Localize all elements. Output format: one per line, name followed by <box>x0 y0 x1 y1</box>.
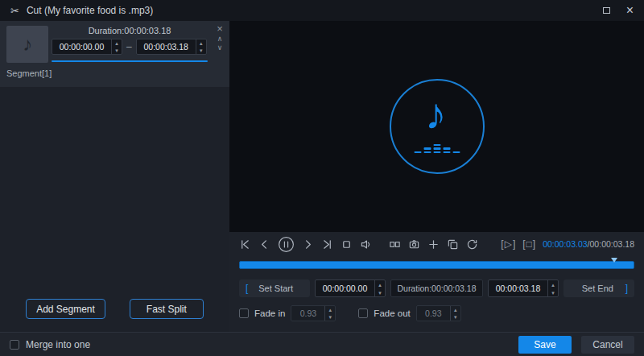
timeline <box>239 258 634 272</box>
segment-list-panel: ♪ Duration:00:00:03.18 ▴ ▾ – <box>0 21 229 332</box>
spin-down-icon[interactable]: ▾ <box>196 47 206 54</box>
add-segment-icon[interactable] <box>427 238 440 250</box>
step-back-icon[interactable] <box>258 238 270 250</box>
next-frame-icon[interactable] <box>321 238 333 250</box>
spin-up-icon[interactable]: ▴ <box>196 39 206 47</box>
merge-label: Merge into one <box>26 339 90 350</box>
fade-out-value[interactable] <box>417 306 450 321</box>
pause-icon[interactable] <box>278 236 295 253</box>
fade-in-label: Fade in <box>254 308 285 318</box>
segment-item[interactable]: ♪ Duration:00:00:03.18 ▴ ▾ – <box>0 21 229 87</box>
segment-progress-bar <box>52 60 208 62</box>
timeline-playhead[interactable] <box>611 258 617 263</box>
snapshot-icon[interactable] <box>408 238 420 250</box>
time-display: 00:00:03.03/00:00:03.18 <box>543 239 634 249</box>
cut-dialog: ✂ Cut (My favorite food is .mp3) × ♪ Dur… <box>0 0 644 356</box>
toolbar-right: [▷] [□] 00:00:03.03/00:00:03.18 <box>501 238 634 250</box>
titlebar: ✂ Cut (My favorite food is .mp3) × <box>0 0 644 21</box>
trim-start-time-value[interactable] <box>316 280 374 296</box>
copy-segment-icon[interactable] <box>447 238 459 250</box>
spin-down-icon[interactable]: ▾ <box>375 288 385 296</box>
fade-in-value[interactable] <box>291 306 324 321</box>
split-segment-icon[interactable] <box>389 238 401 250</box>
trim-row: [ Set Start ▴ ▾ Duration:00:00:03.18 ▴ ▾ <box>229 279 644 297</box>
main-area: ♪ <box>229 21 644 332</box>
volume-icon[interactable] <box>360 238 372 250</box>
merge-into-one[interactable]: Merge into one <box>10 339 90 350</box>
playback-toolbar: [▷] [□] 00:00:03.03/00:00:03.18 <box>229 232 644 256</box>
spin-up-icon[interactable]: ▴ <box>375 280 385 288</box>
fade-row: Fade in ▴ ▾ Fade out ▴ ▾ <box>229 305 644 321</box>
fast-split-button[interactable]: Fast Split <box>130 299 204 319</box>
move-up-icon[interactable]: ∧ <box>217 35 223 43</box>
spin-down-icon[interactable]: ▾ <box>325 313 335 321</box>
fade-out-input[interactable]: ▴ ▾ <box>416 305 461 321</box>
reset-icon[interactable] <box>466 238 478 250</box>
spin-up-icon[interactable]: ▴ <box>451 306 460 313</box>
stop-segment-icon[interactable]: [□] <box>522 238 536 250</box>
spin-up-icon[interactable]: ▴ <box>325 306 335 313</box>
current-time: 00:00:03.03 <box>543 239 587 249</box>
total-time: 00:00:03.18 <box>590 239 634 249</box>
fade-in-input[interactable]: ▴ ▾ <box>291 305 336 321</box>
player-controls: [▷] [□] 00:00:03.03/00:00:03.18 [ Set St… <box>229 232 644 332</box>
add-segment-button[interactable]: Add Segment <box>26 299 105 319</box>
spin-down-icon[interactable]: ▾ <box>548 288 558 296</box>
segment-thumbnail: ♪ <box>6 26 48 63</box>
play-segment-icon[interactable]: [▷] <box>501 238 516 250</box>
trim-duration-display: Duration:00:00:03.18 <box>390 279 483 297</box>
trim-end-time-input[interactable]: ▴ ▾ <box>488 279 559 297</box>
trim-start-time-input[interactable]: ▴ ▾ <box>315 279 386 297</box>
preview-area: ♪ <box>229 21 644 232</box>
segment-start-time-input[interactable]: ▴ ▾ <box>52 39 122 55</box>
music-note-icon: ♪ <box>425 89 447 139</box>
spin-up-icon[interactable]: ▴ <box>112 39 122 47</box>
footer-bar: Merge into one Save Cancel <box>0 332 644 356</box>
segment-controls: Duration:00:00:03.18 ▴ ▾ – ▴ <box>52 21 208 62</box>
segment-start-time-value[interactable] <box>52 39 111 54</box>
stop-icon[interactable] <box>341 238 353 250</box>
window-controls: × <box>603 4 634 17</box>
trim-end-time-value[interactable] <box>489 280 547 296</box>
fade-out-label: Fade out <box>374 308 410 318</box>
segment-duration-label: Duration:00:00:03.18 <box>52 26 208 35</box>
maximize-icon[interactable] <box>603 7 610 14</box>
segment-end-time-input[interactable]: ▴ ▾ <box>136 39 207 55</box>
close-icon[interactable]: × <box>626 4 634 17</box>
merge-checkbox[interactable] <box>10 340 19 350</box>
fade-in-checkbox[interactable] <box>239 308 249 318</box>
timeline-track[interactable] <box>239 261 634 269</box>
equalizer-icon <box>414 144 460 154</box>
scissors-icon: ✂ <box>10 5 19 17</box>
set-start-button[interactable]: [ Set Start <box>239 279 310 297</box>
segment-end-time-value[interactable] <box>137 39 196 54</box>
audio-placeholder: ♪ <box>390 79 485 174</box>
spin-up-icon[interactable]: ▴ <box>548 280 558 288</box>
bracket-close-icon: ] <box>625 283 628 294</box>
music-note-icon: ♪ <box>23 33 32 56</box>
cancel-button[interactable]: Cancel <box>581 336 634 354</box>
spin-down-icon[interactable]: ▾ <box>112 47 122 54</box>
time-range-dash: – <box>126 41 132 52</box>
segment-item-actions: × ∧ ∨ <box>213 24 227 52</box>
remove-segment-icon[interactable]: × <box>217 24 223 34</box>
spin-down-icon[interactable]: ▾ <box>451 313 460 321</box>
prev-frame-icon[interactable] <box>239 238 251 250</box>
segment-label: Segment[1] <box>6 68 52 78</box>
window-title: Cut (My favorite food is .mp3) <box>27 5 153 16</box>
step-forward-icon[interactable] <box>302 238 314 250</box>
fade-out-checkbox[interactable] <box>358 308 368 318</box>
save-button[interactable]: Save <box>518 336 572 354</box>
move-down-icon[interactable]: ∨ <box>217 44 223 52</box>
set-end-button[interactable]: Set End ] <box>564 279 634 297</box>
